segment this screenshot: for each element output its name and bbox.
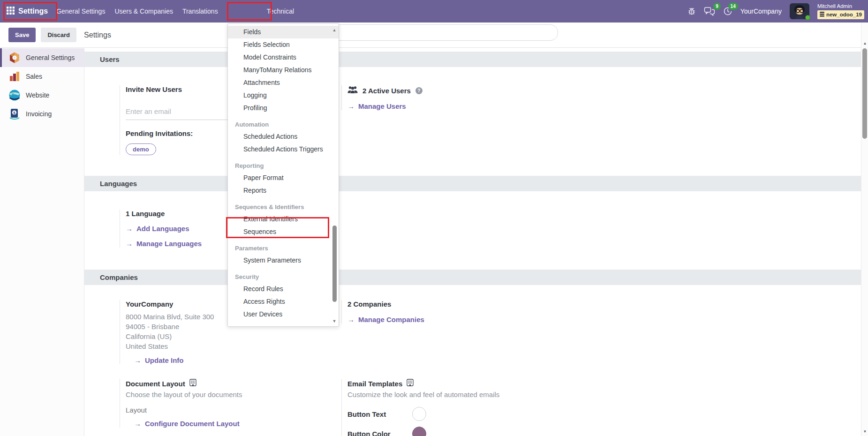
menu-section-reporting: Reporting xyxy=(228,160,339,172)
systray: 9 14 YourCompany xyxy=(687,3,868,19)
technical-dropdown-menu: FieldsFields SelectionModel ConstraintsM… xyxy=(227,23,339,327)
scrollbar-thumb[interactable] xyxy=(862,48,867,139)
document-layout-title: Document Layout xyxy=(126,380,185,388)
companies-count: 2 Companies xyxy=(347,300,520,308)
discard-button[interactable]: Discard xyxy=(41,28,76,42)
company-address-line: California (US) xyxy=(126,331,340,341)
navbar-menus: General SettingsUsers & CompaniesTransla… xyxy=(52,0,299,23)
menu-section-privacy: Privacy xyxy=(228,325,339,327)
sidebar-item-sales[interactable]: Sales xyxy=(0,67,84,86)
section-header-users: Users xyxy=(84,52,861,67)
menu-item-logging[interactable]: Logging xyxy=(228,89,339,102)
pending-invitation-tag[interactable]: demo xyxy=(126,143,156,155)
messages-count-badge: 9 xyxy=(713,3,721,10)
debug-bug-icon[interactable] xyxy=(687,7,696,15)
button-color-swatch[interactable] xyxy=(412,427,426,436)
users-group-icon xyxy=(347,85,358,96)
sidebar-item-website[interactable]: Website xyxy=(0,86,84,105)
document-layout-block: Document Layout Choose the layout of you… xyxy=(120,379,340,428)
invoicing-app-icon: $ xyxy=(8,108,21,120)
breadcrumb: Settings xyxy=(84,31,111,39)
menu-item-scheduled-actions-triggers[interactable]: Scheduled Actions Triggers xyxy=(228,143,339,156)
sidebar-item-invoicing[interactable]: $Invoicing xyxy=(0,105,84,123)
menu-item-system-parameters[interactable]: System Parameters xyxy=(228,254,339,267)
odoo-settings-page: Settings General SettingsUsers & Compani… xyxy=(0,0,868,436)
arrow-right-icon: → xyxy=(126,240,133,248)
user-menu[interactable]: Mitchell Admin new_odoo_19 xyxy=(817,4,864,19)
button-text-color-swatch[interactable] xyxy=(412,407,426,421)
active-users-block: 2 Active Users ? → Manage Users xyxy=(341,85,520,110)
nav-menu-translations[interactable]: Translations xyxy=(178,0,223,23)
menu-item-fields[interactable]: Fields xyxy=(228,26,339,38)
page-scrollbar[interactable]: ▲ ▼ xyxy=(861,23,868,436)
website-app-icon xyxy=(8,89,21,101)
menu-item-record-rules[interactable]: Record Rules xyxy=(228,283,339,295)
menu-section-parameters: Parameters xyxy=(228,243,339,254)
document-layout-description: Choose the layout of your documents xyxy=(126,391,340,398)
online-status-dot xyxy=(805,15,810,20)
companies-count-block: 2 Companies → Manage Companies xyxy=(341,300,520,323)
company-address-line: United States xyxy=(126,341,340,351)
arrow-right-icon: → xyxy=(347,102,355,110)
menu-item-attachments[interactable]: Attachments xyxy=(228,76,339,89)
sales-app-icon xyxy=(8,70,21,83)
nav-menu-general-settings[interactable]: General Settings xyxy=(52,0,110,23)
email-templates-title: Email Templates xyxy=(347,380,402,388)
menu-item-paper-format[interactable]: Paper Format xyxy=(228,172,339,184)
sidebar-item-label: Sales xyxy=(26,73,42,80)
menu-item-fields-selection[interactable]: Fields Selection xyxy=(228,38,339,51)
menu-section-automation: Automation xyxy=(228,119,339,130)
messages-icon[interactable]: 9 xyxy=(704,7,715,16)
activities-clock-icon[interactable]: 14 xyxy=(723,7,732,16)
database-icon xyxy=(820,12,824,18)
menu-item-manytomany-relations[interactable]: ManyToMany Relations xyxy=(228,64,339,76)
manage-users-link[interactable]: → Manage Users xyxy=(347,102,520,110)
help-icon[interactable]: ? xyxy=(415,87,423,94)
settings-content: Users Languages Companies Invite New Use… xyxy=(84,48,861,436)
arrow-right-icon: → xyxy=(134,420,141,428)
menu-item-reports[interactable]: Reports xyxy=(228,184,339,197)
button-text-label: Button Text xyxy=(347,410,412,418)
menu-item-external-identifiers[interactable]: External Identifiers xyxy=(228,213,339,226)
database-name: new_odoo_19 xyxy=(826,12,862,18)
sidebar-item-general-settings[interactable]: General Settings xyxy=(0,48,84,67)
apps-menu-button[interactable]: Settings xyxy=(0,0,52,23)
active-users-count: 2 Active Users xyxy=(362,87,411,95)
email-templates-description: Customize the look and feel of automated… xyxy=(347,391,566,398)
configure-document-layout-link[interactable]: → Configure Document Layout xyxy=(126,420,340,428)
menu-scrollbar-thumb[interactable] xyxy=(332,226,337,302)
database-chip: new_odoo_19 xyxy=(817,10,864,19)
menu-item-user-devices[interactable]: User Devices xyxy=(228,308,339,321)
settings-sidebar: General SettingsSalesWebsite$Invoicing xyxy=(0,48,84,436)
menu-scroll-down-icon[interactable]: ▼ xyxy=(332,319,337,323)
update-info-link[interactable]: → Update Info xyxy=(126,356,340,364)
save-button[interactable]: Save xyxy=(8,28,36,42)
menu-section-security: Security xyxy=(228,271,339,283)
menu-item-sequences[interactable]: Sequences xyxy=(228,226,339,238)
scroll-down-icon[interactable]: ▼ xyxy=(861,429,868,434)
nav-menu-users-and-companies[interactable]: Users & Companies xyxy=(110,0,178,23)
nav-menu-technical[interactable]: Technical xyxy=(262,0,299,23)
top-navbar: Settings General SettingsUsers & Compani… xyxy=(0,0,868,23)
button-color-label: Button Color xyxy=(347,430,412,436)
menu-item-profiling[interactable]: Profiling xyxy=(228,102,339,114)
sidebar-item-label: General Settings xyxy=(26,54,75,61)
company-switcher[interactable]: YourCompany xyxy=(740,8,782,15)
document-icon xyxy=(407,379,414,388)
user-avatar[interactable] xyxy=(790,3,809,19)
scroll-up-icon[interactable]: ▲ xyxy=(861,41,868,45)
menu-item-access-rights[interactable]: Access Rights xyxy=(228,295,339,308)
section-header-companies: Companies xyxy=(84,270,861,285)
menu-scroll-up-icon[interactable]: ▲ xyxy=(332,28,337,32)
arrow-right-icon: → xyxy=(126,225,133,233)
sidebar-item-label: Invoicing xyxy=(26,110,52,118)
general-settings-app-icon xyxy=(8,52,21,64)
sidebar-item-label: Website xyxy=(26,91,49,99)
arrow-right-icon: → xyxy=(347,316,355,323)
section-header-languages: Languages xyxy=(84,176,861,191)
arrow-right-icon: → xyxy=(134,356,141,364)
app-name: Settings xyxy=(18,7,48,15)
manage-companies-link[interactable]: → Manage Companies xyxy=(347,316,520,323)
menu-item-scheduled-actions[interactable]: Scheduled Actions xyxy=(228,130,339,143)
menu-item-model-constraints[interactable]: Model Constraints xyxy=(228,51,339,64)
